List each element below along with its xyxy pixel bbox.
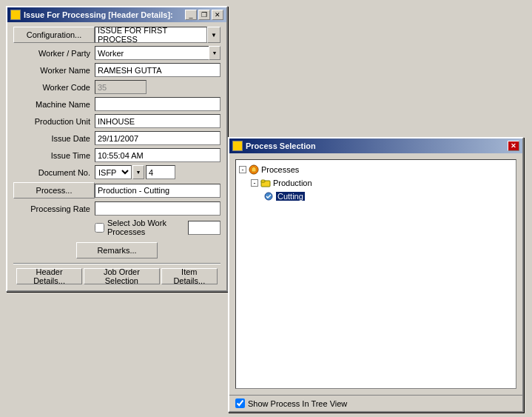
worker-party-label: Worker / Party <box>13 49 95 58</box>
main-title: Issue For Processing [Header Details]: <box>10 10 173 20</box>
footer-divider <box>13 263 220 264</box>
process-titlebar-controls: ✕ <box>508 141 519 151</box>
svg-rect-2 <box>261 180 265 182</box>
process-window-body: - Processes - Producti <box>229 153 522 395</box>
worker-code-row: Worker Code <box>13 80 220 94</box>
issue-time-input[interactable] <box>95 148 220 162</box>
processing-rate-label: Processing Rate <box>13 204 95 213</box>
configuration-row: Configuration... ISSUE FOR FIRST PROCESS… <box>13 27 220 43</box>
worker-name-row: Worker Name <box>13 63 220 77</box>
restore-button[interactable]: ❐ <box>198 10 210 20</box>
document-prefix-wrapper: ISFP ▼ <box>95 165 175 179</box>
remarks-button[interactable]: Remarks... <box>76 242 158 258</box>
process-row: Process... Production - Cutting <box>13 182 220 199</box>
minimize-button[interactable]: _ <box>185 10 197 20</box>
processing-rate-input[interactable] <box>95 201 220 216</box>
processes-expand[interactable]: - <box>239 166 246 173</box>
process-value: Production - Cutting <box>95 184 220 198</box>
job-work-extra-input <box>188 221 220 235</box>
worker-party-arrow[interactable]: ▼ <box>209 46 220 60</box>
issue-date-row: Issue Date <box>13 131 220 145</box>
process-window-icon <box>232 141 243 151</box>
issue-time-row: Issue Time <box>13 148 220 162</box>
main-titlebar-controls: _ ❐ ✕ <box>185 10 223 20</box>
tab-item-details[interactable]: Item Details... <box>161 268 218 284</box>
production-expand[interactable]: - <box>251 179 258 187</box>
select-job-work-row: Select Job Work Processes <box>13 218 220 236</box>
worker-party-wrapper: ▼ <box>95 46 220 60</box>
process-title: Process Selection <box>232 141 316 151</box>
tree-item-production[interactable]: - Production <box>239 176 513 190</box>
configuration-value: ISSUE FOR FIRST PROCESS <box>95 27 207 43</box>
select-job-work-label: Select Job Work Processes <box>107 218 185 236</box>
show-process-tree-label: Show Process In Tree View <box>248 399 347 408</box>
tree-item-processes[interactable]: - Processes <box>239 163 513 176</box>
select-job-work-checkbox[interactable] <box>95 223 104 233</box>
tab-job-order-label: Job Order Selection <box>90 267 152 285</box>
issue-date-label: Issue Date <box>13 134 95 143</box>
configuration-dropdown-arrow[interactable]: ▼ <box>207 27 220 43</box>
configuration-button[interactable]: Configuration... <box>13 27 95 43</box>
document-number-input[interactable] <box>146 165 175 179</box>
remarks-row: Remarks... <box>13 242 220 258</box>
tree-item-cutting[interactable]: Cutting <box>239 190 513 203</box>
main-window-body: Configuration... ISSUE FOR FIRST PROCESS… <box>7 22 226 290</box>
machine-name-input[interactable] <box>95 97 220 111</box>
production-unit-input[interactable] <box>95 114 220 128</box>
worker-name-input[interactable] <box>95 63 220 77</box>
configuration-value-wrapper: ISSUE FOR FIRST PROCESS ▼ <box>95 27 220 43</box>
processes-folder-icon <box>248 164 260 176</box>
machine-name-label: Machine Name <box>13 100 95 109</box>
worker-code-input[interactable] <box>95 80 147 94</box>
main-window: Issue For Processing [Header Details]: _… <box>6 6 228 292</box>
document-no-label: Document No. <box>13 168 95 177</box>
main-window-icon <box>10 10 21 20</box>
footer-tabs: Header Details... Job Order Selection It… <box>13 267 220 286</box>
worker-name-label: Worker Name <box>13 66 95 75</box>
show-process-tree-checkbox[interactable] <box>235 398 245 408</box>
tab-job-order-selection[interactable]: Job Order Selection <box>84 268 159 284</box>
tab-header-details-label: Header Details... <box>23 267 75 285</box>
process-button[interactable]: Process... <box>13 182 95 199</box>
tree-area: - Processes - Producti <box>235 159 516 389</box>
main-titlebar: Issue For Processing [Header Details]: _… <box>7 7 226 22</box>
doc-prefix-arrow[interactable]: ▼ <box>132 165 144 179</box>
process-titlebar: Process Selection ✕ <box>229 139 522 153</box>
worker-party-input[interactable] <box>95 46 209 60</box>
processes-label: Processes <box>261 165 299 174</box>
process-window-footer: Show Process In Tree View <box>229 395 522 411</box>
production-folder-icon <box>260 177 272 189</box>
document-prefix-select[interactable]: ISFP <box>95 165 132 179</box>
tab-header-details[interactable]: Header Details... <box>16 268 82 284</box>
worker-code-label: Worker Code <box>13 83 95 92</box>
processing-rate-row: Processing Rate <box>13 201 220 216</box>
cutting-label: Cutting <box>276 192 305 201</box>
production-unit-label: Production Unit <box>13 117 95 126</box>
tab-item-details-label: Item Details... <box>168 267 211 285</box>
close-button[interactable]: ✕ <box>212 10 223 20</box>
worker-party-row: Worker / Party ▼ <box>13 46 220 60</box>
issue-date-input[interactable] <box>95 131 220 145</box>
process-selection-window: Process Selection ✕ - Processes - <box>228 137 524 413</box>
cutting-leaf-icon <box>263 190 275 202</box>
issue-time-label: Issue Time <box>13 151 95 160</box>
production-label: Production <box>273 179 312 187</box>
production-unit-row: Production Unit <box>13 114 220 128</box>
document-no-row: Document No. ISFP ▼ <box>13 165 220 179</box>
machine-name-row: Machine Name <box>13 97 220 111</box>
process-close-button[interactable]: ✕ <box>508 141 519 151</box>
